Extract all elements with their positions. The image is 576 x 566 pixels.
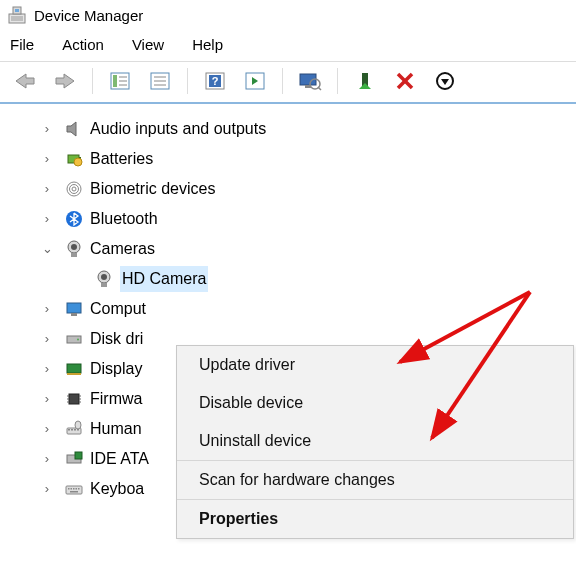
context-scan-hardware[interactable]: Scan for hardware changes	[177, 461, 573, 499]
chevron-right-icon[interactable]: ›	[40, 120, 54, 139]
svg-point-36	[72, 187, 76, 191]
monitor-icon	[64, 299, 84, 319]
svg-rect-40	[71, 253, 77, 257]
svg-rect-70	[78, 488, 80, 490]
tree-label: Cameras	[90, 237, 155, 260]
svg-rect-48	[67, 364, 81, 373]
tree-label: Bluetooth	[90, 207, 158, 230]
tree-label: Disk dri	[90, 327, 143, 350]
svg-rect-67	[71, 488, 73, 490]
svg-rect-68	[73, 488, 75, 490]
tree-label: Batteries	[90, 147, 153, 170]
menu-help[interactable]: Help	[192, 36, 223, 53]
bluetooth-icon	[64, 209, 84, 229]
panel-icon	[109, 71, 131, 91]
chevron-right-icon[interactable]: ›	[40, 210, 54, 229]
scan-toolbar-button[interactable]	[236, 66, 274, 96]
svg-rect-7	[113, 75, 117, 87]
toolbar-divider	[92, 68, 93, 94]
keyboard-icon	[64, 479, 84, 499]
window-title: Device Manager	[34, 7, 143, 24]
show-hidden-button[interactable]	[101, 66, 139, 96]
svg-point-35	[70, 185, 79, 194]
chevron-right-icon[interactable]: ›	[40, 300, 54, 319]
chevron-down-icon[interactable]: ⌄	[40, 240, 54, 259]
tree-label: Human	[90, 417, 142, 440]
tree-node-biometric[interactable]: › Biometric devices	[44, 174, 576, 204]
chip-icon	[64, 389, 84, 409]
tree-label: Firmwa	[90, 387, 142, 410]
tree-node-computer[interactable]: › Comput	[44, 294, 576, 324]
tree-label: IDE ATA	[90, 447, 149, 470]
scan-panel-icon	[244, 71, 266, 91]
svg-rect-66	[68, 488, 70, 490]
svg-text:?: ?	[212, 75, 219, 87]
svg-rect-60	[74, 429, 76, 431]
tree-node-audio[interactable]: › Audio inputs and outputs	[44, 114, 576, 144]
context-disable-device[interactable]: Disable device	[177, 384, 573, 422]
chevron-right-icon[interactable]: ›	[40, 150, 54, 169]
scan-hardware-button[interactable]	[291, 66, 329, 96]
context-uninstall-device[interactable]: Uninstall device	[177, 422, 573, 460]
monitor-scan-icon	[298, 71, 322, 91]
tree-node-cameras[interactable]: ⌄ Cameras	[44, 234, 576, 264]
device-manager-icon	[8, 6, 26, 24]
camera-icon	[64, 239, 84, 259]
gpu-icon	[64, 359, 84, 379]
toolbar-divider	[282, 68, 283, 94]
menu-bar: File Action View Help	[0, 30, 576, 61]
svg-rect-69	[76, 488, 78, 490]
svg-marker-4	[16, 74, 34, 88]
chevron-right-icon[interactable]: ›	[40, 330, 54, 349]
disk-icon	[64, 329, 84, 349]
forward-button[interactable]	[46, 66, 84, 96]
context-properties[interactable]: Properties	[177, 500, 573, 538]
tree-node-bluetooth[interactable]: › Bluetooth	[44, 204, 576, 234]
battery-icon	[64, 149, 84, 169]
delete-x-icon	[395, 71, 415, 91]
uninstall-toolbar-button[interactable]	[386, 66, 424, 96]
chevron-right-icon[interactable]: ›	[40, 450, 54, 469]
back-button[interactable]	[6, 66, 44, 96]
help-toolbar-button[interactable]: ?	[196, 66, 234, 96]
context-menu: Update driver Disable device Uninstall d…	[176, 345, 574, 539]
svg-rect-50	[69, 394, 79, 404]
svg-marker-25	[359, 83, 371, 89]
toolbar-divider	[337, 68, 338, 94]
tree-label-selected: HD Camera	[120, 266, 208, 291]
tree-label: Keyboa	[90, 477, 144, 500]
svg-rect-49	[67, 373, 81, 375]
svg-rect-1	[11, 16, 23, 21]
update-driver-toolbar-button[interactable]	[346, 66, 384, 96]
tree-label: Display	[90, 357, 142, 380]
svg-rect-45	[71, 313, 77, 316]
chevron-right-icon[interactable]: ›	[40, 360, 54, 379]
svg-rect-65	[66, 486, 82, 494]
menu-action[interactable]: Action	[62, 36, 104, 53]
svg-rect-64	[75, 452, 82, 459]
chevron-right-icon[interactable]: ›	[40, 420, 54, 439]
svg-rect-58	[68, 429, 70, 431]
chevron-right-icon[interactable]: ›	[40, 180, 54, 199]
toolbar: ?	[0, 62, 576, 104]
tree-node-hd-camera[interactable]: HD Camera	[44, 264, 576, 294]
hid-icon	[64, 419, 84, 439]
svg-rect-71	[70, 491, 78, 493]
circle-down-icon	[435, 71, 455, 91]
tree-label: Comput	[90, 297, 146, 320]
svg-rect-59	[71, 429, 73, 431]
svg-marker-30	[67, 122, 76, 136]
menu-view[interactable]: View	[132, 36, 164, 53]
context-update-driver[interactable]: Update driver	[177, 346, 573, 384]
svg-rect-44	[67, 303, 81, 313]
tree-node-batteries[interactable]: › Batteries	[44, 144, 576, 174]
tree-label: Audio inputs and outputs	[90, 117, 266, 140]
svg-marker-5	[56, 74, 74, 88]
arrow-right-icon	[54, 72, 76, 90]
svg-rect-43	[101, 283, 107, 287]
disable-toolbar-button[interactable]	[426, 66, 464, 96]
chevron-right-icon[interactable]: ›	[40, 390, 54, 409]
chevron-right-icon[interactable]: ›	[40, 480, 54, 499]
menu-file[interactable]: File	[10, 36, 34, 53]
properties-toolbar-button[interactable]	[141, 66, 179, 96]
